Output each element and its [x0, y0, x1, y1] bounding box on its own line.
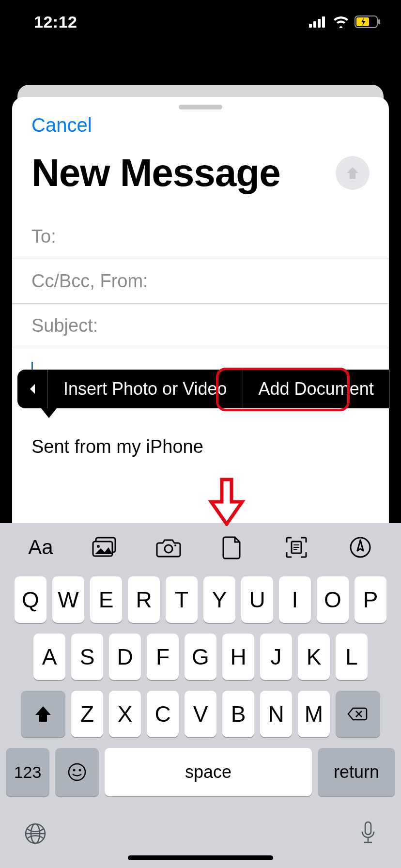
keyboard-row-3: Z X C V B N M — [4, 691, 397, 737]
key-t[interactable]: T — [166, 576, 198, 623]
signature-text: Sent from my iPhone — [31, 436, 370, 457]
key-h[interactable]: H — [222, 634, 254, 680]
microphone-icon — [358, 820, 378, 847]
svg-rect-1 — [313, 21, 316, 28]
key-o[interactable]: O — [317, 576, 349, 623]
wifi-icon — [332, 16, 350, 28]
message-body[interactable]: Sent from my iPhone — [12, 348, 389, 470]
key-j[interactable]: J — [260, 634, 292, 680]
key-z[interactable]: Z — [71, 691, 103, 737]
key-e[interactable]: E — [90, 576, 122, 623]
home-indicator[interactable] — [128, 855, 273, 860]
keyboard: Aa Q W E R T Y — [0, 523, 401, 868]
camera-button[interactable] — [154, 533, 183, 562]
key-u[interactable]: U — [241, 576, 273, 623]
attach-document-button[interactable] — [218, 533, 247, 562]
photo-library-button[interactable] — [90, 533, 119, 562]
status-icons — [309, 16, 382, 28]
key-x[interactable]: X — [109, 691, 141, 737]
space-key[interactable]: space — [105, 748, 312, 796]
subject-label: Subject: — [31, 315, 98, 336]
scan-icon — [285, 536, 308, 559]
key-s[interactable]: S — [71, 634, 103, 680]
edit-menu-callout: Insert Photo or Video Add Document — [17, 370, 401, 408]
chevron-left-icon — [28, 383, 37, 395]
shift-icon — [33, 704, 53, 724]
key-k[interactable]: K — [298, 634, 330, 680]
callout-next-button[interactable] — [390, 370, 401, 408]
key-p[interactable]: P — [355, 576, 386, 623]
cancel-button[interactable]: Cancel — [31, 114, 92, 136]
subject-field[interactable]: Subject: — [12, 304, 389, 348]
battery-icon — [355, 16, 382, 28]
markup-button[interactable] — [346, 533, 375, 562]
backspace-key[interactable] — [336, 691, 380, 737]
key-r[interactable]: R — [128, 576, 160, 623]
ccbcc-from-field[interactable]: Cc/Bcc, From: — [12, 259, 389, 304]
keyboard-row-4: 123 space return — [4, 748, 397, 796]
key-c[interactable]: C — [147, 691, 179, 737]
callout-tail — [41, 408, 57, 418]
svg-rect-3 — [322, 16, 325, 28]
status-bar: 12:12 — [0, 0, 401, 44]
send-button[interactable] — [336, 156, 370, 190]
callout-prev-button[interactable] — [17, 370, 48, 408]
insert-photo-video-button[interactable]: Insert Photo or Video — [48, 370, 243, 408]
dictation-key[interactable] — [358, 820, 378, 847]
photos-icon — [91, 537, 118, 558]
svg-point-11 — [97, 545, 100, 548]
svg-point-21 — [69, 764, 85, 780]
key-m[interactable]: M — [298, 691, 330, 737]
backspace-icon — [347, 706, 369, 722]
text-format-button[interactable]: Aa — [26, 533, 55, 562]
key-v[interactable]: V — [185, 691, 216, 737]
keyboard-row-2: A S D F G H J K L — [4, 634, 397, 680]
svg-rect-27 — [365, 822, 371, 835]
key-i[interactable]: I — [279, 576, 311, 623]
emoji-icon — [67, 762, 87, 782]
return-key[interactable]: return — [318, 748, 395, 796]
key-a[interactable]: A — [33, 634, 65, 680]
key-q[interactable]: Q — [15, 576, 46, 623]
svg-point-12 — [165, 545, 172, 553]
key-b[interactable]: B — [222, 691, 254, 737]
camera-icon — [156, 537, 181, 558]
key-w[interactable]: W — [52, 576, 84, 623]
to-label: To: — [31, 226, 56, 247]
ccbcc-label: Cc/Bcc, From: — [31, 271, 148, 292]
svg-rect-2 — [318, 19, 321, 28]
compose-title: New Message — [31, 151, 280, 195]
key-n[interactable]: N — [260, 691, 292, 737]
svg-point-13 — [174, 544, 176, 546]
svg-point-22 — [73, 769, 76, 772]
keyboard-toolbar: Aa — [0, 523, 401, 572]
globe-key[interactable] — [23, 822, 47, 846]
sheet-grabber[interactable] — [179, 105, 222, 109]
keyboard-row-1: Q W E R T Y U I O P — [4, 576, 397, 623]
svg-rect-0 — [309, 24, 312, 28]
svg-marker-7 — [30, 384, 35, 394]
emoji-key[interactable] — [55, 748, 99, 796]
status-time: 12:12 — [34, 13, 77, 31]
key-d[interactable]: D — [109, 634, 141, 680]
keyboard-footer — [0, 807, 401, 860]
key-y[interactable]: Y — [203, 576, 235, 623]
to-field[interactable]: To: — [12, 215, 389, 259]
key-g[interactable]: G — [185, 634, 216, 680]
cellular-icon — [309, 16, 327, 28]
globe-icon — [23, 822, 47, 846]
shift-key[interactable] — [21, 691, 65, 737]
add-document-button[interactable]: Add Document — [243, 370, 390, 408]
key-f[interactable]: F — [147, 634, 179, 680]
key-l[interactable]: L — [336, 634, 368, 680]
arrow-up-icon — [344, 164, 361, 182]
numbers-key[interactable]: 123 — [6, 748, 49, 796]
svg-rect-5 — [378, 19, 380, 24]
scan-document-button[interactable] — [282, 533, 311, 562]
markup-icon — [349, 536, 371, 558]
svg-point-23 — [79, 769, 81, 772]
document-icon — [222, 535, 243, 559]
